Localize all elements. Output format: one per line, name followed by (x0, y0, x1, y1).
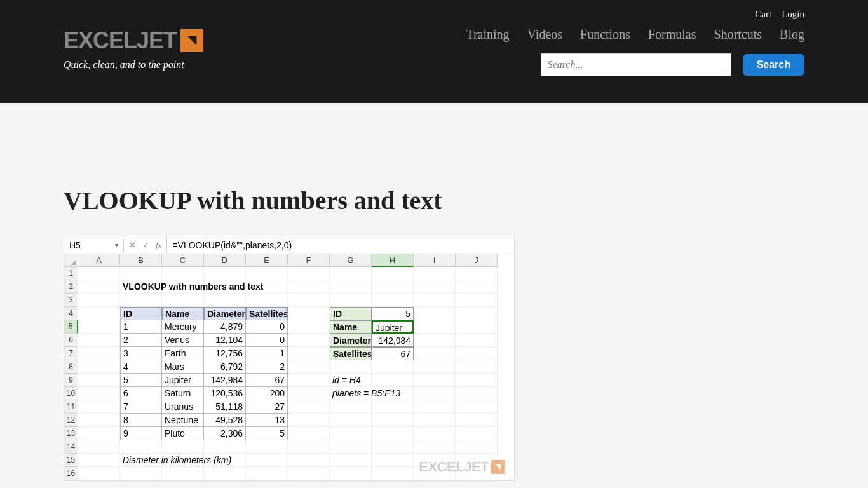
nav-blog[interactable]: Blog (780, 27, 804, 42)
table-cell: 4,879 (204, 320, 246, 334)
table-cell: 5 (120, 374, 162, 387)
logo-block: EXCELJET Quick, clean, and to the point (64, 27, 203, 71)
row-header[interactable]: 1 (64, 267, 78, 280)
cell-grid: VLOOKUP with numbers and text ID Name Di… (78, 267, 514, 480)
site-logo[interactable]: EXCELJET (64, 27, 203, 54)
page-content: VLOOKUP with numbers and text H5 ▾ ✕ ✓ f… (0, 103, 868, 481)
col-header[interactable]: H (372, 254, 414, 267)
col-header[interactable]: A (78, 254, 120, 267)
row-header[interactable]: 9 (64, 374, 78, 387)
table-cell: Neptune (162, 414, 204, 427)
row-header[interactable]: 8 (64, 360, 78, 374)
table-cell: Pluto (162, 427, 204, 440)
name-box[interactable]: H5 ▾ (64, 238, 124, 253)
lookup-label-diameter: Diameter (330, 334, 372, 347)
col-header[interactable]: F (288, 254, 330, 267)
main-nav: Training Videos Functions Formulas Short… (466, 27, 804, 42)
table-header-id: ID (120, 307, 162, 320)
formula-bar: H5 ▾ ✕ ✓ fx =VLOOKUP(id&"",planets,2,0) (64, 236, 514, 254)
table-cell: 3 (120, 347, 162, 360)
table-header-diameter: Diameter (204, 307, 246, 320)
row-header[interactable]: 15 (64, 454, 78, 467)
table-cell: 6 (120, 387, 162, 400)
watermark-text: EXCELJET (419, 459, 489, 475)
nav-functions[interactable]: Functions (580, 27, 630, 42)
table-cell: 142,984 (204, 374, 246, 387)
table-cell: Uranus (162, 400, 204, 414)
row-header[interactable]: 11 (64, 400, 78, 414)
row-headers: 1 2 3 4 5 6 7 8 9 10 11 12 13 14 15 16 (64, 267, 78, 480)
logo-text: EXCELJET (64, 27, 177, 54)
row-header[interactable]: 7 (64, 347, 78, 360)
col-header[interactable]: D (204, 254, 246, 267)
table-header-satellites: Satellites (246, 307, 288, 320)
chevron-down-icon: ▾ (115, 241, 118, 248)
formula-input[interactable]: =VLOOKUP(id&"",planets,2,0) (167, 238, 514, 253)
row-header[interactable]: 13 (64, 427, 78, 440)
table-cell: 12,104 (204, 334, 246, 347)
note-footer: Diameter in kilometers (km) (120, 454, 234, 466)
enter-icon[interactable]: ✓ (142, 240, 149, 250)
table-cell: 7 (120, 400, 162, 414)
top-bar: Cart Login (0, 0, 868, 20)
site-header: Cart Login EXCELJET Quick, clean, and to… (0, 0, 868, 103)
cart-link[interactable]: Cart (755, 9, 771, 20)
login-link[interactable]: Login (782, 9, 804, 20)
search-button[interactable]: Search (743, 54, 804, 76)
col-header[interactable]: G (330, 254, 372, 267)
table-cell: Saturn (162, 387, 204, 400)
cancel-icon[interactable]: ✕ (129, 240, 136, 250)
row-header[interactable]: 5 (64, 320, 78, 334)
lookup-value-name: Jupiter (372, 320, 414, 334)
table-cell: 4 (120, 360, 162, 374)
table-cell: 1 (246, 347, 288, 360)
row-header[interactable]: 14 (64, 440, 78, 454)
note-id: id = H4 (330, 374, 363, 386)
row-header[interactable]: 12 (64, 414, 78, 427)
col-header[interactable]: C (162, 254, 204, 267)
table-cell: 12,756 (204, 347, 246, 360)
nav-training[interactable]: Training (466, 27, 509, 42)
table-cell: 13 (246, 414, 288, 427)
table-header-name: Name (162, 307, 204, 320)
nav-formulas[interactable]: Formulas (648, 27, 696, 42)
name-box-value: H5 (69, 240, 81, 250)
lookup-label-id: ID (330, 307, 372, 320)
table-cell: 6,792 (204, 360, 246, 374)
lookup-label-name: Name (330, 320, 372, 334)
row-header[interactable]: 4 (64, 307, 78, 320)
table-cell: 9 (120, 427, 162, 440)
tagline: Quick, clean, and to the point (64, 59, 203, 71)
row-header[interactable]: 16 (64, 467, 78, 480)
select-all-corner[interactable] (64, 254, 78, 267)
nav-videos[interactable]: Videos (527, 27, 562, 42)
row-header[interactable]: 2 (64, 280, 78, 294)
watermark-arrow-icon (491, 460, 505, 474)
lookup-value-diameter: 142,984 (372, 334, 414, 347)
row-header[interactable]: 6 (64, 334, 78, 347)
col-header[interactable]: I (414, 254, 456, 267)
table-cell: 200 (246, 387, 288, 400)
col-header[interactable]: J (456, 254, 498, 267)
table-cell: 2 (120, 334, 162, 347)
row-header[interactable]: 3 (64, 294, 78, 307)
table-cell: 51,118 (204, 400, 246, 414)
watermark: EXCELJET (419, 459, 505, 475)
table-cell: 1 (120, 320, 162, 334)
table-cell: Mercury (162, 320, 204, 334)
table-cell: 67 (246, 374, 288, 387)
col-header[interactable]: E (246, 254, 288, 267)
lookup-value-id: 5 (372, 307, 414, 320)
table-cell: 2,306 (204, 427, 246, 440)
column-headers: A B C D E F G H I J (78, 254, 514, 267)
formula-bar-icons: ✕ ✓ fx (124, 236, 167, 254)
nav-shortcuts[interactable]: Shortcuts (714, 27, 763, 42)
search-input[interactable] (541, 53, 731, 76)
sheet-title: VLOOKUP with numbers and text (120, 280, 266, 293)
lookup-label-satellites: Satellites (330, 347, 372, 360)
col-header[interactable]: B (120, 254, 162, 267)
fx-icon[interactable]: fx (156, 240, 161, 250)
row-header[interactable]: 10 (64, 387, 78, 400)
table-cell: 27 (246, 400, 288, 414)
table-cell: Earth (162, 347, 204, 360)
